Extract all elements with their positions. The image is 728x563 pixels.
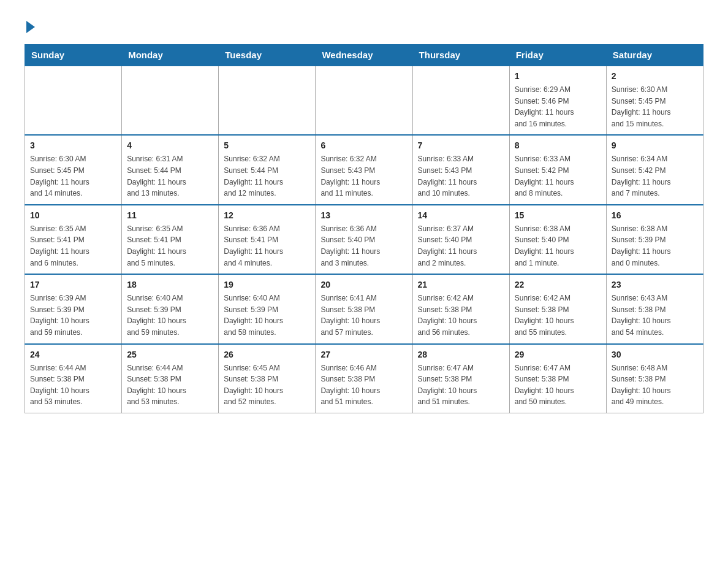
- day-info: Sunrise: 6:40 AMSunset: 5:39 PMDaylight:…: [224, 293, 310, 338]
- calendar-cell: 29Sunrise: 6:47 AMSunset: 5:38 PMDayligh…: [509, 344, 606, 413]
- calendar-table: Sunday Monday Tuesday Wednesday Thursday…: [25, 44, 703, 413]
- calendar-cell: 24Sunrise: 6:44 AMSunset: 5:38 PMDayligh…: [25, 344, 122, 413]
- day-number: 5: [224, 139, 310, 152]
- day-number: 26: [224, 348, 310, 361]
- day-info: Sunrise: 6:32 AMSunset: 5:43 PMDaylight:…: [320, 153, 407, 199]
- day-info: Sunrise: 6:36 AMSunset: 5:41 PMDaylight:…: [224, 223, 310, 269]
- calendar-cell: 26Sunrise: 6:45 AMSunset: 5:38 PMDayligh…: [219, 344, 316, 413]
- day-info: Sunrise: 6:30 AMSunset: 5:45 PMDaylight:…: [612, 84, 698, 129]
- day-info: Sunrise: 6:30 AMSunset: 5:45 PMDaylight:…: [30, 153, 116, 199]
- day-number: 14: [418, 209, 504, 222]
- calendar-cell: [122, 66, 219, 135]
- day-info: Sunrise: 6:40 AMSunset: 5:39 PMDaylight:…: [127, 293, 213, 338]
- day-number: 7: [418, 139, 504, 152]
- calendar-cell: 15Sunrise: 6:38 AMSunset: 5:40 PMDayligh…: [509, 205, 606, 274]
- day-info: Sunrise: 6:47 AMSunset: 5:38 PMDaylight:…: [418, 362, 504, 408]
- calendar-cell: 9Sunrise: 6:34 AMSunset: 5:42 PMDaylight…: [606, 135, 703, 204]
- day-number: 18: [127, 278, 213, 291]
- day-number: 12: [224, 209, 310, 222]
- day-info: Sunrise: 6:33 AMSunset: 5:43 PMDaylight:…: [418, 153, 504, 199]
- day-info: Sunrise: 6:44 AMSunset: 5:38 PMDaylight:…: [127, 362, 213, 408]
- day-number: 28: [418, 348, 504, 361]
- day-number: 25: [127, 348, 213, 361]
- logo-triangle-icon: [26, 21, 35, 33]
- day-number: 16: [612, 209, 698, 222]
- calendar-cell: 8Sunrise: 6:33 AMSunset: 5:42 PMDaylight…: [509, 135, 606, 204]
- day-info: Sunrise: 6:29 AMSunset: 5:46 PMDaylight:…: [515, 84, 601, 129]
- day-number: 13: [320, 209, 407, 222]
- calendar-cell: 14Sunrise: 6:37 AMSunset: 5:40 PMDayligh…: [412, 205, 509, 274]
- day-info: Sunrise: 6:38 AMSunset: 5:39 PMDaylight:…: [612, 223, 698, 269]
- weekday-header-row: Sunday Monday Tuesday Wednesday Thursday…: [25, 45, 703, 66]
- day-number: 10: [30, 209, 116, 222]
- week-row-4: 17Sunrise: 6:39 AMSunset: 5:39 PMDayligh…: [25, 274, 703, 343]
- day-number: 19: [224, 278, 310, 291]
- day-info: Sunrise: 6:36 AMSunset: 5:40 PMDaylight:…: [320, 223, 407, 269]
- calendar-cell: 10Sunrise: 6:35 AMSunset: 5:41 PMDayligh…: [25, 205, 122, 274]
- header-monday: Monday: [122, 45, 219, 66]
- week-row-1: 1Sunrise: 6:29 AMSunset: 5:46 PMDaylight…: [25, 66, 703, 135]
- header-tuesday: Tuesday: [219, 45, 316, 66]
- day-info: Sunrise: 6:42 AMSunset: 5:38 PMDaylight:…: [515, 293, 601, 338]
- day-info: Sunrise: 6:34 AMSunset: 5:42 PMDaylight:…: [612, 153, 698, 199]
- calendar-cell: 11Sunrise: 6:35 AMSunset: 5:41 PMDayligh…: [122, 205, 219, 274]
- day-info: Sunrise: 6:43 AMSunset: 5:38 PMDaylight:…: [612, 293, 698, 338]
- calendar-cell: 7Sunrise: 6:33 AMSunset: 5:43 PMDaylight…: [412, 135, 509, 204]
- day-number: 20: [320, 278, 407, 291]
- day-info: Sunrise: 6:35 AMSunset: 5:41 PMDaylight:…: [30, 223, 116, 269]
- day-info: Sunrise: 6:38 AMSunset: 5:40 PMDaylight:…: [515, 223, 601, 269]
- day-info: Sunrise: 6:47 AMSunset: 5:38 PMDaylight:…: [515, 362, 601, 408]
- calendar-cell: 2Sunrise: 6:30 AMSunset: 5:45 PMDaylight…: [606, 66, 703, 135]
- day-number: 11: [127, 209, 213, 222]
- day-number: 22: [515, 278, 601, 291]
- day-number: 17: [30, 278, 116, 291]
- calendar-cell: 12Sunrise: 6:36 AMSunset: 5:41 PMDayligh…: [219, 205, 316, 274]
- calendar-cell: 27Sunrise: 6:46 AMSunset: 5:38 PMDayligh…: [316, 344, 412, 413]
- logo: [25, 18, 35, 32]
- day-number: 6: [320, 139, 407, 152]
- calendar-cell: 30Sunrise: 6:48 AMSunset: 5:38 PMDayligh…: [606, 344, 703, 413]
- day-number: 8: [515, 139, 601, 152]
- calendar-cell: 22Sunrise: 6:42 AMSunset: 5:38 PMDayligh…: [509, 274, 606, 343]
- calendar-cell: 20Sunrise: 6:41 AMSunset: 5:38 PMDayligh…: [316, 274, 412, 343]
- day-number: 29: [515, 348, 601, 361]
- day-number: 9: [612, 139, 698, 152]
- day-number: 3: [30, 139, 116, 152]
- calendar-cell: 1Sunrise: 6:29 AMSunset: 5:46 PMDaylight…: [509, 66, 606, 135]
- day-info: Sunrise: 6:45 AMSunset: 5:38 PMDaylight:…: [224, 362, 310, 408]
- calendar-cell: [412, 66, 509, 135]
- day-info: Sunrise: 6:39 AMSunset: 5:39 PMDaylight:…: [30, 293, 116, 338]
- week-row-3: 10Sunrise: 6:35 AMSunset: 5:41 PMDayligh…: [25, 205, 703, 274]
- day-number: 4: [127, 139, 213, 152]
- day-info: Sunrise: 6:32 AMSunset: 5:44 PMDaylight:…: [224, 153, 310, 199]
- day-number: 27: [320, 348, 407, 361]
- calendar-cell: 19Sunrise: 6:40 AMSunset: 5:39 PMDayligh…: [219, 274, 316, 343]
- calendar-cell: 4Sunrise: 6:31 AMSunset: 5:44 PMDaylight…: [122, 135, 219, 204]
- calendar-cell: 5Sunrise: 6:32 AMSunset: 5:44 PMDaylight…: [219, 135, 316, 204]
- day-info: Sunrise: 6:35 AMSunset: 5:41 PMDaylight:…: [127, 223, 213, 269]
- header-friday: Friday: [509, 45, 606, 66]
- header-saturday: Saturday: [606, 45, 703, 66]
- calendar-cell: 18Sunrise: 6:40 AMSunset: 5:39 PMDayligh…: [122, 274, 219, 343]
- day-info: Sunrise: 6:44 AMSunset: 5:38 PMDaylight:…: [30, 362, 116, 408]
- calendar-cell: 13Sunrise: 6:36 AMSunset: 5:40 PMDayligh…: [316, 205, 412, 274]
- day-info: Sunrise: 6:37 AMSunset: 5:40 PMDaylight:…: [418, 223, 504, 269]
- day-info: Sunrise: 6:46 AMSunset: 5:38 PMDaylight:…: [320, 362, 407, 408]
- calendar-cell: 3Sunrise: 6:30 AMSunset: 5:45 PMDaylight…: [25, 135, 122, 204]
- day-number: 24: [30, 348, 116, 361]
- day-info: Sunrise: 6:48 AMSunset: 5:38 PMDaylight:…: [612, 362, 698, 408]
- day-number: 30: [612, 348, 698, 361]
- header-thursday: Thursday: [412, 45, 509, 66]
- calendar-cell: 28Sunrise: 6:47 AMSunset: 5:38 PMDayligh…: [412, 344, 509, 413]
- week-row-5: 24Sunrise: 6:44 AMSunset: 5:38 PMDayligh…: [25, 344, 703, 413]
- day-info: Sunrise: 6:31 AMSunset: 5:44 PMDaylight:…: [127, 153, 213, 199]
- day-number: 15: [515, 209, 601, 222]
- day-number: 1: [515, 70, 601, 83]
- day-info: Sunrise: 6:33 AMSunset: 5:42 PMDaylight:…: [515, 153, 601, 199]
- day-number: 21: [418, 278, 504, 291]
- calendar-cell: 21Sunrise: 6:42 AMSunset: 5:38 PMDayligh…: [412, 274, 509, 343]
- day-number: 2: [612, 70, 698, 83]
- day-info: Sunrise: 6:41 AMSunset: 5:38 PMDaylight:…: [320, 293, 407, 338]
- calendar-cell: 17Sunrise: 6:39 AMSunset: 5:39 PMDayligh…: [25, 274, 122, 343]
- page-header: [25, 18, 703, 32]
